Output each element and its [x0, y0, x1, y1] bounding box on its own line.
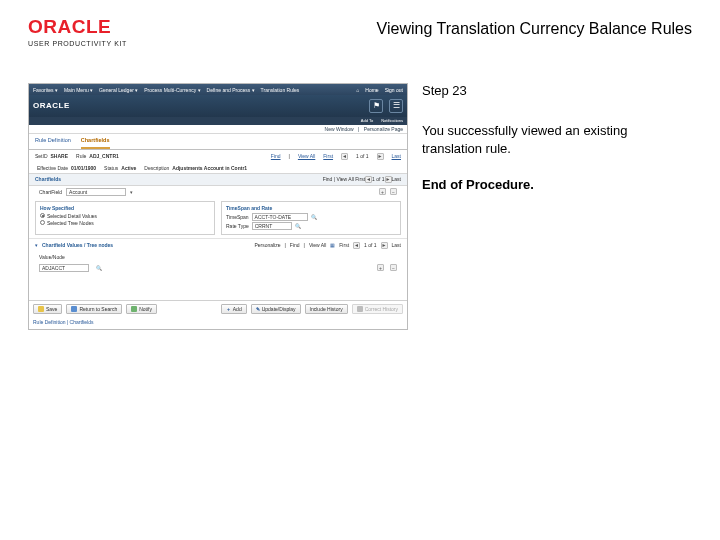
return-icon	[71, 306, 77, 312]
section-next-icon[interactable]: ►	[385, 176, 392, 183]
rate-label: Rate Type	[226, 223, 249, 229]
panel-how-specified: How Specified Selected Detail Values Sel…	[35, 201, 215, 235]
rule-value: ADJ_CNTR1	[89, 153, 118, 159]
link-find[interactable]: Find	[271, 153, 281, 159]
section-first[interactable]: First	[355, 176, 365, 182]
topbar-translation-rules[interactable]: Translation Rules	[261, 87, 300, 93]
oracle-logo: ORACLE	[28, 16, 127, 38]
end-of-procedure: End of Procedure.	[422, 177, 682, 192]
dual-panel: How Specified Selected Detail Values Sel…	[29, 198, 407, 238]
cf-last[interactable]: Last	[392, 242, 401, 248]
section-last[interactable]: Last	[392, 176, 401, 182]
link-first[interactable]: First	[323, 153, 333, 159]
brand-addto[interactable]: Add To	[361, 119, 373, 124]
topbar-general-ledger[interactable]: General Ledger ▾	[99, 87, 138, 93]
brand-notifications[interactable]: Notifications	[381, 119, 403, 124]
row-add-icon[interactable]: +	[379, 188, 386, 195]
topbar-define-process[interactable]: Define and Process ▾	[207, 87, 255, 93]
radio-detail-label: Selected Detail Values	[47, 213, 97, 219]
timespan-input[interactable]: ACCT-TO-DATE	[252, 213, 308, 221]
include-history-button[interactable]: Include History	[305, 304, 348, 314]
cf-first[interactable]: First	[339, 242, 349, 248]
correct-history-button[interactable]: Correct History	[352, 304, 403, 314]
chartfield-select[interactable]: Account	[66, 188, 126, 196]
value-node-input[interactable]: ADJACCT	[39, 264, 89, 272]
section-viewall[interactable]: View All	[336, 176, 353, 182]
grid-icon[interactable]: ▦	[330, 242, 335, 248]
search-icon[interactable]: 🔍	[311, 213, 318, 220]
cf-values-title: Chartfield Values / Tree nodes	[42, 242, 113, 248]
chartfield-label: ChartField	[39, 189, 62, 195]
section-nav-count: 1 of 1	[372, 176, 385, 182]
chevron-down-icon[interactable]: ▾	[130, 189, 133, 195]
section-prev-icon[interactable]: ◄	[365, 176, 372, 183]
chartfield-row: ChartField Account ▾ + −	[29, 186, 407, 198]
timespan-label: TimeSpan	[226, 214, 249, 220]
history-icon	[357, 306, 363, 312]
nav-count: 1 of 1	[356, 153, 369, 159]
topbar-signout[interactable]: Sign out	[385, 87, 403, 93]
footer-tab-links[interactable]: Rule Definition | Chartfields	[29, 317, 407, 329]
rate-input[interactable]: CRRNT	[252, 222, 292, 230]
setid-label: SetID	[35, 153, 48, 159]
cf-viewall[interactable]: View All	[309, 242, 326, 248]
bell-icon[interactable]: ☰	[389, 99, 403, 113]
status-value: Active	[121, 165, 136, 171]
section-find[interactable]: Find	[323, 176, 333, 182]
topbar-favorites[interactable]: Favorites ▾	[33, 87, 58, 93]
page-title: Viewing Translation Currency Balance Rul…	[377, 20, 692, 38]
value-node-row: Value/Node	[29, 252, 407, 262]
cf-values-header: ▾ Chartfield Values / Tree nodes Persona…	[29, 238, 407, 252]
link-new-window[interactable]: New Window	[325, 126, 354, 132]
chevron-down-icon[interactable]: ▾	[35, 242, 38, 248]
save-icon	[38, 306, 44, 312]
row-delete-icon[interactable]: −	[390, 188, 397, 195]
notify-button[interactable]: Notify	[126, 304, 157, 314]
step-heading: Step 23	[422, 83, 682, 98]
value-node-label: Value/Node	[39, 254, 65, 260]
radio-detail-values[interactable]: Selected Detail Values	[40, 213, 210, 219]
link-personalize[interactable]: Personalize	[254, 242, 280, 248]
tab-chartfields[interactable]: Chartfields	[81, 137, 110, 149]
topbar-main-menu[interactable]: Main Menu ▾	[64, 87, 93, 93]
home-icon[interactable]: ⌂	[356, 87, 359, 93]
flag-icon[interactable]: ⚑	[369, 99, 383, 113]
return-to-search-button[interactable]: Return to Search	[66, 304, 122, 314]
topbar-home[interactable]: Home	[365, 87, 378, 93]
update-display-button[interactable]: ✎Update/Display	[251, 304, 301, 314]
tab-strip: Rule Definition Chartfields	[29, 134, 407, 150]
step-description: You successfully viewed an existing tran…	[422, 122, 682, 157]
nav-prev-icon[interactable]: ◄	[341, 153, 348, 160]
radio-dot-icon	[40, 220, 45, 225]
footer-button-bar: Save Return to Search Notify ＋Add ✎Updat…	[29, 300, 407, 317]
search-icon[interactable]: 🔍	[295, 222, 302, 229]
cf-next-icon[interactable]: ►	[381, 242, 388, 249]
cf-prev-icon[interactable]: ◄	[353, 242, 360, 249]
nav-next-icon[interactable]: ►	[377, 153, 384, 160]
rule-label: Rule	[76, 153, 86, 159]
setid-value: SHARE	[51, 153, 69, 159]
link-view-all[interactable]: View All	[298, 153, 315, 159]
tab-rule-definition[interactable]: Rule Definition	[35, 137, 71, 149]
panel-timespan-rate: TimeSpan and Rate TimeSpan ACCT-TO-DATE …	[221, 201, 401, 235]
panel-right-title: TimeSpan and Rate	[226, 205, 396, 211]
link-personalize-page[interactable]: Personalize Page	[364, 126, 403, 132]
logo-block: ORACLE USER PRODUCTIVITY KIT	[28, 16, 127, 47]
effdate-label: Effective Date	[37, 165, 68, 171]
add-button[interactable]: ＋Add	[221, 304, 247, 314]
radio-dot-icon	[40, 213, 45, 218]
save-button[interactable]: Save	[33, 304, 62, 314]
row-delete-icon[interactable]: −	[390, 264, 397, 271]
topbar-multi-currency[interactable]: Process Multi-Currency ▾	[144, 87, 200, 93]
radio-tree-label: Selected Tree Nodes	[47, 220, 94, 226]
desc-value: Adjustments Account in Contr1	[172, 165, 247, 171]
refresh-icon: ✎	[256, 306, 260, 312]
status-label: Status	[104, 165, 118, 171]
row-add-icon[interactable]: +	[377, 264, 384, 271]
cf-find[interactable]: Find	[290, 242, 300, 248]
link-last[interactable]: Last	[392, 153, 401, 159]
chartfields-section-bar: Chartfields Find | View All First ◄ 1 of…	[29, 173, 407, 186]
radio-tree-nodes[interactable]: Selected Tree Nodes	[40, 220, 210, 226]
search-icon[interactable]: 🔍	[95, 264, 102, 271]
plus-icon: ＋	[226, 306, 231, 312]
